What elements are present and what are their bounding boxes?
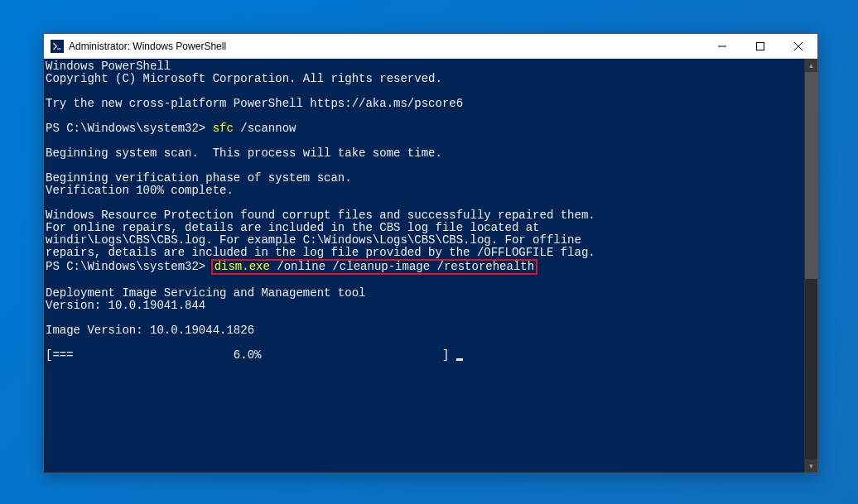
output-line: [46, 337, 804, 349]
output-line: [46, 197, 804, 209]
powershell-window: Administrator: Windows PowerShell Window…: [43, 33, 818, 473]
maximize-button[interactable]: [741, 34, 779, 58]
output-line: [46, 160, 804, 172]
output-line: windir\Logs\CBS\CBS.log. For example C:\…: [46, 234, 804, 247]
window-controls: [703, 34, 817, 58]
window-title: Administrator: Windows PowerShell: [69, 41, 703, 52]
output-line: Try the new cross-platform PowerShell ht…: [46, 98, 804, 110]
command-dism: dism.exe: [214, 260, 270, 273]
output-line: For online repairs, details are included…: [46, 222, 804, 234]
progress-line: [=== 6.0% ]: [46, 349, 804, 362]
close-button[interactable]: [779, 34, 817, 58]
output-line: [46, 312, 804, 324]
output-line: Beginning verification phase of system s…: [46, 172, 804, 185]
terminal-content[interactable]: Windows PowerShellCopyright (C) Microsof…: [44, 59, 804, 473]
output-line: Version: 10.0.19041.844: [46, 300, 804, 312]
titlebar[interactable]: Administrator: Windows PowerShell: [44, 34, 817, 59]
output-line: Image Version: 10.0.19044.1826: [46, 324, 804, 337]
scrollbar[interactable]: ▲ ▼: [804, 59, 817, 473]
scroll-up-button[interactable]: ▲: [805, 59, 817, 72]
output-line: [46, 110, 804, 122]
output-line: [46, 135, 804, 147]
output-line: Beginning system scan. This process will…: [46, 147, 804, 160]
output-line: [46, 275, 804, 287]
command-sfc: sfc: [213, 122, 234, 135]
output-line: repairs, details are included in the log…: [46, 247, 804, 259]
output-line: Deployment Image Servicing and Managemen…: [46, 287, 804, 300]
scroll-thumb[interactable]: [805, 72, 817, 279]
scroll-track[interactable]: [805, 72, 817, 459]
output-line: [46, 85, 804, 98]
scroll-down-button[interactable]: ▼: [805, 459, 817, 473]
progress-bar: [=== 6.0% ]: [46, 348, 456, 362]
minimize-button[interactable]: [703, 34, 741, 58]
command-args: /online /cleanup-image /restorehealth: [270, 260, 534, 273]
svg-rect-1: [757, 42, 764, 50]
output-line: Windows Resource Protection found corrup…: [46, 209, 804, 222]
prompt: PS C:\Windows\system32>: [46, 260, 213, 273]
highlighted-command: dism.exe /online /cleanup-image /restore…: [211, 259, 537, 275]
output-line: Verification 100% complete.: [46, 185, 804, 197]
cursor: [456, 358, 463, 361]
output-line: Windows PowerShell: [46, 60, 804, 73]
command-line: PS C:\Windows\system32> dism.exe /online…: [46, 259, 804, 275]
terminal-area: Windows PowerShellCopyright (C) Microsof…: [44, 59, 817, 473]
output-line: Copyright (C) Microsoft Corporation. All…: [46, 73, 804, 85]
command-args: /scannow: [234, 122, 296, 135]
powershell-icon: [51, 40, 64, 53]
command-line: PS C:\Windows\system32> sfc /scannow: [46, 122, 804, 135]
prompt: PS C:\Windows\system32>: [46, 122, 213, 135]
